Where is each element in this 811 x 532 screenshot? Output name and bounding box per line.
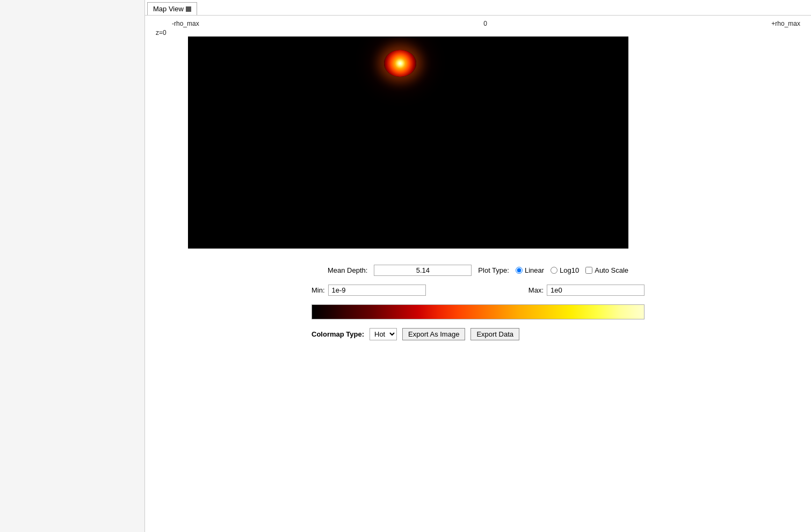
- mean-depth-input[interactable]: [374, 265, 472, 276]
- controls-section: Mean Depth: Plot Type: Linear Log10 Auto…: [145, 249, 811, 346]
- mean-depth-label: Mean Depth:: [328, 266, 367, 274]
- linear-radio[interactable]: [516, 267, 523, 274]
- auto-scale-label: Auto Scale: [595, 266, 628, 274]
- auto-scale-checkbox[interactable]: [585, 267, 592, 274]
- export-data-button[interactable]: Export Data: [470, 328, 519, 340]
- linear-label: Linear: [525, 266, 544, 274]
- export-image-button[interactable]: Export As Image: [402, 328, 465, 340]
- right-panel: Map View -rho_max 0 +rho_max z=0: [145, 0, 811, 532]
- max-input[interactable]: [547, 285, 645, 296]
- colormap-bar: [312, 304, 645, 319]
- axis-x-right-label: +rho_max: [771, 20, 800, 27]
- min-label: Min:: [312, 286, 325, 294]
- auto-scale-checkbox-item[interactable]: Auto Scale: [585, 266, 628, 274]
- colormap-type-row: Colormap Type: Hot Export As Image Expor…: [312, 328, 645, 340]
- glow-spot: [384, 50, 416, 77]
- colormap-type-label: Colormap Type:: [312, 330, 364, 338]
- tab-map-view[interactable]: Map View: [147, 2, 197, 15]
- plot-type-row: Mean Depth: Plot Type: Linear Log10 Auto…: [328, 265, 628, 276]
- left-panel: [0, 0, 145, 532]
- linear-radio-item[interactable]: Linear: [516, 266, 544, 274]
- axis-y-label: z=0: [156, 29, 166, 37]
- plot-type-label: Plot Type:: [478, 266, 509, 274]
- log10-label: Log10: [560, 266, 579, 274]
- max-label: Max:: [528, 286, 544, 294]
- axis-x-left-label: -rho_max: [172, 20, 199, 27]
- min-max-row: Min: Max:: [312, 285, 645, 296]
- map-image: [188, 37, 628, 249]
- map-view-tab: Map View: [145, 0, 811, 16]
- log10-radio-item[interactable]: Log10: [551, 266, 579, 274]
- min-input[interactable]: [328, 285, 426, 296]
- plot-area: -rho_max 0 +rho_max z=0: [145, 16, 811, 249]
- tab-icon: [186, 6, 191, 12]
- log10-radio[interactable]: [551, 267, 557, 274]
- axis-top: -rho_max 0 +rho_max: [156, 16, 800, 28]
- tab-map-view-label: Map View: [153, 5, 184, 13]
- colormap-select[interactable]: Hot: [370, 328, 397, 340]
- main-container: Map View -rho_max 0 +rho_max z=0: [0, 0, 811, 532]
- axis-x-center-label: 0: [483, 20, 487, 27]
